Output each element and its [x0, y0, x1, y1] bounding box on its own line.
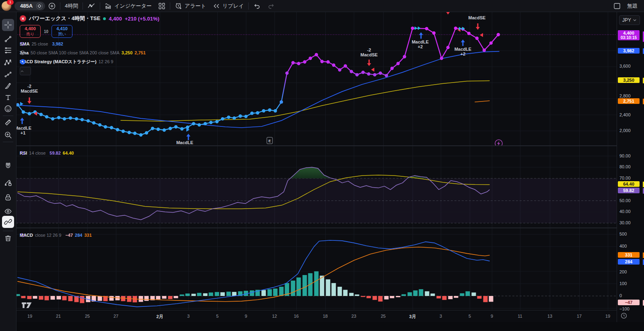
emoji-tool[interactable]	[2, 103, 14, 115]
text-tool[interactable]	[2, 91, 14, 103]
add-symbol-button[interactable]	[45, 1, 59, 11]
fib-icon	[4, 46, 12, 54]
time-axis-label: 13	[547, 314, 552, 319]
link-icon	[4, 218, 12, 226]
brush-tool[interactable]	[2, 80, 14, 92]
pane-separator[interactable]	[16, 145, 617, 146]
price-axis-label: 2,800	[619, 93, 641, 98]
chart-style-button[interactable]	[84, 1, 99, 11]
drawing-lock-tool[interactable]	[2, 176, 14, 188]
indicators-icon	[105, 2, 112, 10]
price-axis-label: 3,982	[618, 48, 640, 54]
toolbar-divider	[83, 2, 83, 10]
svg-text:MacdLE: MacdLE	[16, 126, 31, 130]
chevron-down-icon	[633, 19, 637, 22]
measure-tool[interactable]	[2, 116, 14, 128]
lock-icon	[4, 193, 12, 201]
svg-text:-2: -2	[27, 84, 31, 89]
trend-line-tool[interactable]	[2, 33, 14, 45]
time-axis-label: 9	[491, 314, 493, 319]
svg-text:MacdLE: MacdLE	[176, 140, 193, 145]
pencillock-icon	[4, 178, 12, 186]
templates-grid-icon	[158, 2, 165, 10]
svg-text:MacdLE: MacdLE	[454, 47, 471, 52]
price-axis-label: 0	[619, 293, 641, 298]
bottom-strip	[0, 322, 644, 331]
macd-legend[interactable]: MACD close 12 26 9 −47 284 331	[20, 232, 92, 239]
redo-button[interactable]	[264, 1, 278, 11]
legend-collapse-button[interactable]	[20, 67, 31, 75]
price-axis-label: 64.40	[618, 181, 640, 187]
svg-text:+1: +1	[21, 130, 26, 135]
timezone-clock-icon[interactable]	[620, 312, 627, 321]
pane-separator[interactable]	[16, 228, 617, 228]
main-legend: ✕ パワーエックス・4時間・TSE 4,400 +210 (+5.01%) 4,…	[20, 15, 159, 75]
time-axis-label: 17	[577, 314, 582, 319]
interval-button[interactable]: 4時間	[62, 1, 81, 11]
ruler-icon	[4, 118, 12, 126]
layout-title-button[interactable]: 無題	[624, 1, 641, 11]
toolbar-divider	[3, 116, 13, 116]
line-chart-style-icon	[87, 2, 95, 10]
lock-all-tool[interactable]	[2, 191, 14, 203]
price-axis-label: 2,400	[619, 112, 641, 117]
rsi-pane[interactable]	[16, 146, 617, 228]
top-toolbar: 1 485A 4時間	[0, 0, 644, 12]
prediction-tool[interactable]	[2, 68, 14, 81]
symbol-search-button[interactable]: 485A	[14, 2, 45, 10]
spread-value: 10	[44, 29, 48, 34]
xabcd-pattern-tool[interactable]	[2, 56, 14, 68]
svg-text:MacdSE: MacdSE	[469, 15, 486, 20]
buy-button[interactable]: 4,410買い	[52, 25, 72, 38]
toolbar-divider	[248, 2, 249, 10]
chart-plot-area[interactable]: -2MacdSEMacdLE+1MacdLE-2MacdSEMacdLE+2Ma…	[16, 12, 617, 331]
time-axis-label: 16	[294, 314, 299, 319]
time-axis-label: 3	[440, 314, 442, 319]
legend-macd-strategy[interactable]: MACD Strategy (MACDストラテジー) 12 26 9	[20, 58, 159, 65]
zoom-in-tool[interactable]	[2, 129, 14, 141]
undo-button[interactable]	[250, 1, 264, 11]
toolbar-divider	[60, 2, 60, 10]
fib-retracement-tool[interactable]	[2, 44, 14, 56]
symbol-close-icon[interactable]: ✕	[20, 15, 26, 22]
toolbar-divider	[3, 142, 13, 142]
price-change: +210 (+5.01%)	[125, 16, 159, 22]
last-price: 4,400	[109, 16, 122, 22]
user-avatar[interactable]: 1	[2, 1, 11, 11]
remove-drawings-tool[interactable]	[2, 232, 14, 244]
price-axis-label: 2,751	[618, 98, 640, 104]
xabcd-icon	[4, 58, 12, 66]
svg-text:E: E	[268, 139, 271, 143]
indicators-button[interactable]: インジケーター	[101, 1, 155, 11]
market-status-icon	[103, 17, 106, 20]
indicator-templates-button[interactable]	[155, 1, 169, 11]
time-axis-label: 25	[381, 314, 386, 319]
price-axis-label: −47	[618, 300, 640, 305]
rsi-legend[interactable]: RSI 14 close 59.82 64.40	[20, 149, 74, 157]
crosshair-tool[interactable]	[2, 19, 14, 31]
time-axis-label: 3月	[409, 314, 416, 320]
price-axis-label: 284	[618, 259, 640, 265]
price-axis-label: 100	[619, 281, 641, 286]
price-axis[interactable]: JPY 4,40003:10:153,9823,6003,2502,8002,7…	[617, 12, 644, 322]
symbol-title[interactable]: パワーエックス・4時間・TSE	[29, 15, 100, 22]
price-axis-label: 4,40003:10:15	[618, 30, 640, 40]
sync-drawings-tool[interactable]	[2, 216, 14, 228]
magnet-tool[interactable]	[2, 160, 14, 172]
time-axis[interactable]: 192125272月35912161823253月35911131719	[16, 310, 617, 323]
layout-square-icon	[613, 2, 621, 10]
time-axis-label: 3	[187, 314, 190, 319]
macd-pane[interactable]	[16, 228, 617, 310]
symbol-text: 485A	[20, 3, 33, 9]
svg-text:MacdLE: MacdLE	[412, 39, 429, 44]
sell-button[interactable]: 4,400売り	[20, 25, 41, 38]
price-axis-label: 30.00	[619, 220, 641, 225]
time-axis-label: 5	[469, 314, 471, 319]
replay-button[interactable]: リプレイ	[209, 1, 247, 11]
alert-button[interactable]: アラート	[171, 1, 209, 11]
layout-panel-button[interactable]	[610, 1, 624, 11]
price-axis-label: 90.00	[619, 153, 641, 158]
currency-dropdown[interactable]: JPY	[619, 15, 640, 25]
legend-3ma[interactable]: 3ma 50 close SMA 100 close SMA 200 close…	[20, 49, 159, 56]
legend-sma25[interactable]: SMA 25 close 3,982	[20, 40, 159, 48]
